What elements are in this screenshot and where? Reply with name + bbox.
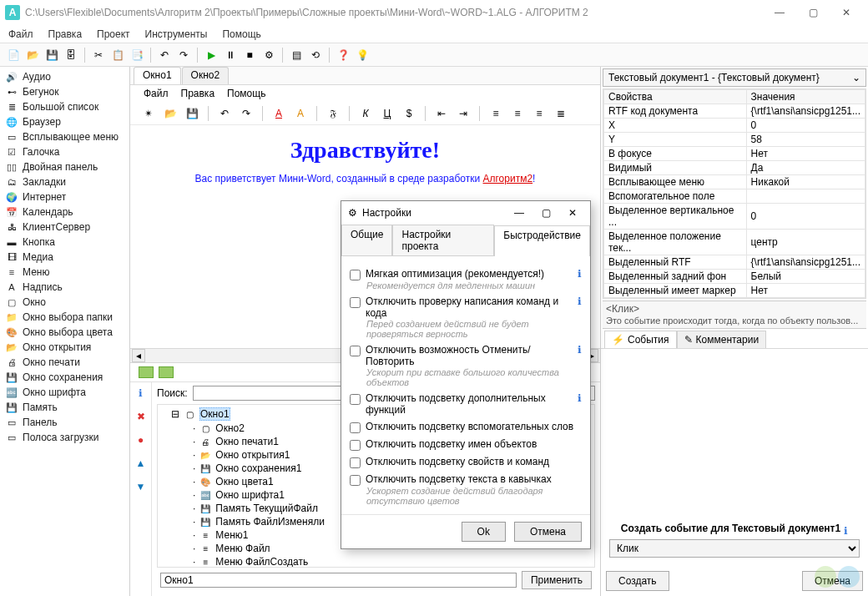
prop-value[interactable]: Да xyxy=(746,161,865,175)
tab-window1[interactable]: Окно1 xyxy=(134,67,181,84)
indent-right-icon[interactable]: ⇥ xyxy=(455,105,472,122)
option-checkbox[interactable] xyxy=(350,270,361,280)
option-checkbox[interactable] xyxy=(350,440,361,451)
tab-comments[interactable]: ✎Комментарии xyxy=(677,331,767,348)
prop-name[interactable]: Выделенный RTF xyxy=(604,255,747,270)
option-checkbox[interactable] xyxy=(350,422,361,433)
palette-item[interactable]: 🌐Браузер xyxy=(0,114,129,129)
palette-item[interactable]: 🗂Закладки xyxy=(0,174,129,189)
font-icon[interactable]: 𝔉 xyxy=(325,105,341,122)
palette-item[interactable]: ▭Всплывающее меню xyxy=(0,129,129,144)
option-checkbox[interactable] xyxy=(350,457,361,468)
prop-value[interactable] xyxy=(746,189,865,204)
prop-value[interactable]: Нет xyxy=(746,147,865,161)
palette-item[interactable]: ▬Кнопка xyxy=(0,235,129,250)
doc-new-icon[interactable]: ✴ xyxy=(140,105,157,122)
prop-value[interactable]: Нет xyxy=(746,284,865,298)
dialog-maximize-button[interactable]: ▢ xyxy=(535,207,557,219)
prop-value[interactable]: 58 xyxy=(746,133,865,147)
form-icon[interactable]: ▤ xyxy=(288,47,305,63)
palette-item[interactable]: 🔊Аудио xyxy=(0,69,129,84)
doc-link[interactable]: Алгоритм2 xyxy=(483,173,533,184)
help-icon[interactable]: ℹ xyxy=(578,392,582,404)
prop-name[interactable]: Выделенное положение тек... xyxy=(604,230,747,255)
saveall-icon[interactable]: 🗄 xyxy=(63,47,79,63)
palette-item[interactable]: 🌍Интернет xyxy=(0,189,129,205)
dialog-cancel-button[interactable]: Отмена xyxy=(514,522,582,542)
handle-icon[interactable] xyxy=(159,366,174,378)
palette-item[interactable]: ≣Большой список xyxy=(0,99,129,114)
tab-performance[interactable]: Быстродействие xyxy=(494,225,590,256)
inner-menu-edit[interactable]: Правка xyxy=(181,88,215,99)
tree-node[interactable]: · ≡ Меню ФайлСоздать xyxy=(159,555,593,568)
move-down-icon[interactable]: ▼ xyxy=(136,481,146,492)
tab-events[interactable]: ⚡События xyxy=(604,331,677,348)
doc-open-icon[interactable]: 📂 xyxy=(162,105,179,122)
prop-name[interactable]: Y xyxy=(604,133,747,147)
event-type-select[interactable]: Клик xyxy=(609,539,860,558)
palette-item[interactable]: 📂Окно открытия xyxy=(0,340,129,355)
doc-redo-icon[interactable]: ↷ xyxy=(238,105,255,122)
align-left-icon[interactable]: ≡ xyxy=(487,105,504,122)
dialog-close-button[interactable]: ✕ xyxy=(562,207,583,219)
open-icon[interactable]: 📂 xyxy=(24,47,41,63)
tips-icon[interactable]: 💡 xyxy=(354,47,371,63)
prop-value[interactable]: центр xyxy=(746,230,865,255)
prop-value[interactable]: 0 xyxy=(746,119,865,133)
help-icon[interactable]: ℹ xyxy=(578,268,582,280)
palette-item[interactable]: ▢Окно xyxy=(0,295,129,310)
stop-icon[interactable]: ■ xyxy=(241,47,258,63)
palette-item[interactable]: ☑Галочка xyxy=(0,144,129,159)
prop-name[interactable]: Видимый xyxy=(604,161,747,175)
help-icon[interactable]: ℹ xyxy=(844,525,848,537)
palette-item[interactable]: 🖧КлиентСервер xyxy=(0,220,129,235)
doc-undo-icon[interactable]: ↶ xyxy=(216,105,233,122)
help-icon[interactable]: ℹ xyxy=(578,295,582,307)
prop-name[interactable]: Вспомогательное поле xyxy=(604,189,747,204)
undo-icon[interactable]: ↶ xyxy=(156,47,173,63)
save-icon[interactable]: 💾 xyxy=(43,47,60,63)
scroll-left-icon[interactable]: ◂ xyxy=(132,349,145,362)
maximize-button[interactable]: ▢ xyxy=(796,1,830,24)
prop-value[interactable]: {\rtf1\ansi\ansicpg1251... xyxy=(746,104,865,119)
palette-item[interactable]: ⊷Бегунок xyxy=(0,84,129,99)
record-icon[interactable]: ● xyxy=(138,434,144,446)
highlight-icon[interactable]: A xyxy=(292,105,309,122)
handle-icon[interactable] xyxy=(139,366,154,378)
option-checkbox[interactable] xyxy=(350,394,361,405)
info-icon[interactable]: ℹ xyxy=(139,387,143,399)
palette-item[interactable]: ≡Меню xyxy=(0,265,129,280)
prop-value[interactable]: Никакой xyxy=(746,175,865,189)
new-icon[interactable]: 📄 xyxy=(5,47,22,63)
property-grid[interactable]: СвойстваЗначения RTF код документа{\rtf1… xyxy=(603,88,866,299)
redo-icon[interactable]: ↷ xyxy=(175,47,192,63)
prop-name[interactable]: Всплывающее меню xyxy=(604,175,747,189)
object-selector[interactable]: Текстовый документ1 - {Текстовый докумен… xyxy=(603,68,866,87)
doc-save-icon[interactable]: 💾 xyxy=(184,105,200,122)
prop-name[interactable]: Выделенный имеет маркер xyxy=(604,284,747,298)
build-icon[interactable]: ⚙ xyxy=(260,47,277,63)
code-icon[interactable]: ⟲ xyxy=(307,47,324,63)
menu-project[interactable]: Проект xyxy=(97,28,130,40)
palette-item[interactable]: 💾Окно сохранения xyxy=(0,370,129,385)
prop-name[interactable]: X xyxy=(604,119,747,133)
inner-menu-help[interactable]: Помощь xyxy=(227,88,265,99)
menu-file[interactable]: Файл xyxy=(8,28,33,40)
minimize-button[interactable]: — xyxy=(763,1,796,24)
help-icon[interactable]: ❓ xyxy=(335,47,351,63)
palette-item[interactable]: 💾Память xyxy=(0,400,129,415)
align-justify-icon[interactable]: ≣ xyxy=(553,105,569,122)
italic-icon[interactable]: К xyxy=(357,105,374,122)
prop-name[interactable]: RTF код документа xyxy=(604,104,747,119)
option-checkbox[interactable] xyxy=(350,475,361,486)
close-button[interactable]: ✕ xyxy=(830,1,863,24)
move-up-icon[interactable]: ▲ xyxy=(136,457,146,469)
apply-button[interactable]: Применить xyxy=(522,571,592,589)
underline-icon[interactable]: Ц xyxy=(379,105,396,122)
palette-item[interactable]: 📁Окно выбора папки xyxy=(0,310,129,325)
cut-icon[interactable]: ✂ xyxy=(90,47,107,63)
align-center-icon[interactable]: ≡ xyxy=(509,105,526,122)
palette-item[interactable]: AНадпись xyxy=(0,280,129,295)
dialog-minimize-button[interactable]: — xyxy=(508,207,530,219)
palette-item[interactable]: 🖨Окно печати xyxy=(0,355,129,370)
